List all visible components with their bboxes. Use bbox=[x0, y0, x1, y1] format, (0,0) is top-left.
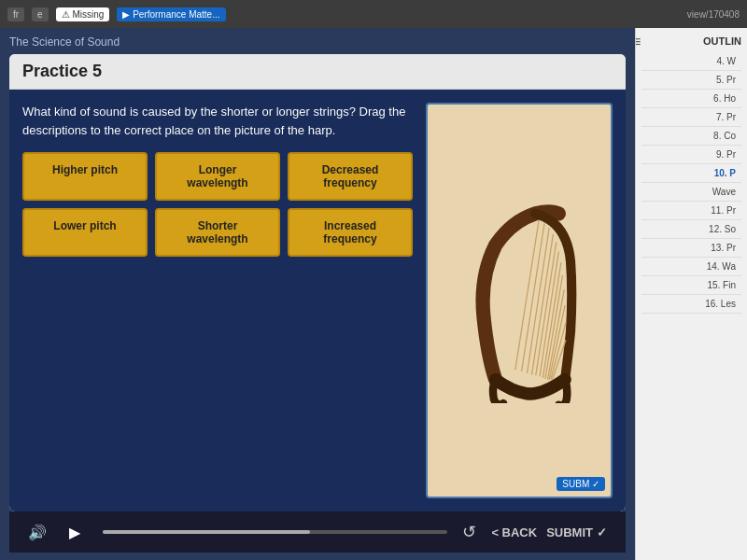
browser-tab[interactable]: fr bbox=[7, 7, 24, 21]
sidebar-item-10[interactable]: 10. P bbox=[641, 164, 741, 183]
svg-line-1 bbox=[522, 223, 545, 371]
instruction-text: What kind of sound is caused by the shor… bbox=[22, 103, 413, 139]
sidebar-item-7[interactable]: 7. Pr bbox=[641, 108, 741, 127]
harp-image bbox=[435, 198, 603, 403]
sidebar-item-13[interactable]: 13. Pr bbox=[641, 239, 741, 258]
nav-buttons: < BACK SUBMIT ✓ bbox=[491, 525, 607, 539]
drag-item-higher-pitch[interactable]: Higher pitch bbox=[22, 152, 148, 201]
sidebar-item-4[interactable]: 4. W bbox=[641, 52, 741, 71]
page-subtitle: The Science of Sound bbox=[9, 35, 626, 49]
sidebar-item-14[interactable]: 14. Wa bbox=[641, 258, 741, 276]
sidebar-item-wave[interactable]: Wave bbox=[641, 183, 741, 202]
browser-tab[interactable]: e bbox=[32, 7, 49, 21]
practice-header: Practice 5 bbox=[9, 54, 626, 90]
sidebar-header-row: ≡ OUTLIN bbox=[641, 35, 741, 47]
drag-item-lower-pitch[interactable]: Lower pitch bbox=[22, 208, 148, 257]
sidebar: ≡ OUTLIN 4. W 5. Pr 6. Ho 7. Pr 8. Co 9.… bbox=[635, 28, 747, 560]
sidebar-item-11[interactable]: 11. Pr bbox=[641, 202, 741, 220]
back-button[interactable]: < BACK bbox=[491, 525, 537, 539]
submit-button[interactable]: SUBMIT ✓ bbox=[546, 525, 607, 539]
svg-line-2 bbox=[527, 228, 549, 373]
url-display: view/170408 bbox=[687, 9, 740, 20]
browser-tab-performance[interactable]: ▶ Performance Matte... bbox=[117, 7, 225, 21]
main-layout: The Science of Sound Practice 5 What kin… bbox=[0, 28, 747, 560]
drag-grid: Higher pitch Longerwavelength Decreasedf… bbox=[22, 152, 413, 257]
play-button[interactable]: ▶ bbox=[62, 519, 88, 545]
drag-item-decreased-frequency[interactable]: Decreasedfrequency bbox=[288, 152, 413, 201]
left-section: What kind of sound is caused by the shor… bbox=[22, 103, 413, 498]
speaker-button[interactable]: 🔊 bbox=[28, 524, 47, 541]
drag-item-increased-frequency[interactable]: Increasedfrequency bbox=[288, 208, 413, 257]
practice-card: Practice 5 What kind of sound is caused … bbox=[9, 54, 626, 511]
hamburger-icon[interactable]: ≡ bbox=[635, 34, 641, 50]
submit-badge: SUBM ✓ bbox=[557, 477, 605, 491]
practice-body: What kind of sound is caused by the shor… bbox=[9, 90, 626, 511]
browser-tab-missing[interactable]: ⚠ Missing bbox=[56, 7, 110, 21]
sidebar-header: OUTLIN bbox=[641, 35, 741, 47]
sidebar-item-16[interactable]: 16. Les bbox=[641, 295, 741, 314]
sidebar-item-12[interactable]: 12. So bbox=[641, 220, 741, 239]
drag-item-shorter-wavelength[interactable]: Shorterwavelength bbox=[155, 208, 280, 257]
sidebar-item-8[interactable]: 8. Co bbox=[641, 127, 741, 146]
sidebar-item-15[interactable]: 15. Fin bbox=[641, 276, 741, 295]
browser-bar: fr e ⚠ Missing ▶ Performance Matte... vi… bbox=[0, 0, 747, 28]
submit-bar: 🔊 ▶ ↺ < BACK SUBMIT ✓ bbox=[9, 511, 626, 553]
harp-area: SUBM ✓ bbox=[426, 103, 613, 498]
practice-title: Practice 5 bbox=[22, 62, 102, 80]
content-area: The Science of Sound Practice 5 What kin… bbox=[0, 28, 635, 560]
sidebar-item-5[interactable]: 5. Pr bbox=[641, 71, 741, 90]
sidebar-item-9[interactable]: 9. Pr bbox=[641, 146, 741, 164]
progress-bar-fill bbox=[103, 530, 310, 534]
progress-bar-container bbox=[103, 530, 447, 534]
refresh-icon[interactable]: ↺ bbox=[462, 522, 476, 542]
drag-item-longer-wavelength[interactable]: Longerwavelength bbox=[155, 152, 280, 201]
sidebar-item-6[interactable]: 6. Ho bbox=[641, 90, 741, 108]
